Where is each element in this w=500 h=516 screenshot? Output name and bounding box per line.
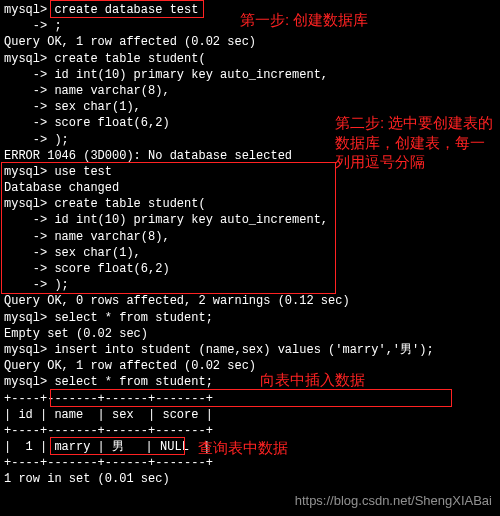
- line: -> id int(10) primary key auto_increment…: [4, 212, 496, 228]
- line: -> sex char(1),: [4, 245, 496, 261]
- line: -> score float(6,2): [4, 261, 496, 277]
- line: mysql> create table student(: [4, 51, 496, 67]
- annotation-insert: 向表中插入数据: [260, 370, 365, 390]
- table-border: +----+-------+------+-------+: [4, 423, 496, 439]
- terminal-output: mysql> create database test -> ; Query O…: [0, 0, 500, 490]
- line: Query OK, 0 rows affected, 2 warnings (0…: [4, 293, 496, 309]
- table-header: | id | name | sex | score |: [4, 407, 496, 423]
- annotation-select: 查询表中数据: [198, 438, 288, 458]
- annotation-step2: 第二步: 选中要创建表的数据库，创建表，每一列用逗号分隔: [335, 113, 495, 172]
- line: -> name varchar(8),: [4, 229, 496, 245]
- line: -> );: [4, 277, 496, 293]
- line: -> name varchar(8),: [4, 83, 496, 99]
- line: mysql> select * from student;: [4, 374, 496, 390]
- table-border: +----+-------+------+-------+: [4, 391, 496, 407]
- table-border: +----+-------+------+-------+: [4, 455, 496, 471]
- line: mysql> insert into student (name,sex) va…: [4, 342, 496, 358]
- annotation-step1: 第一步: 创建数据库: [240, 10, 368, 30]
- line: Query OK, 1 row affected (0.02 sec): [4, 358, 496, 374]
- line: mysql> create table student(: [4, 196, 496, 212]
- line: Empty set (0.02 sec): [4, 326, 496, 342]
- line: -> id int(10) primary key auto_increment…: [4, 67, 496, 83]
- line: Database changed: [4, 180, 496, 196]
- watermark: https://blog.csdn.net/ShengXIABai: [295, 492, 492, 510]
- line: 1 row in set (0.01 sec): [4, 471, 496, 487]
- line: Query OK, 1 row affected (0.02 sec): [4, 34, 496, 50]
- line: mysql> select * from student;: [4, 310, 496, 326]
